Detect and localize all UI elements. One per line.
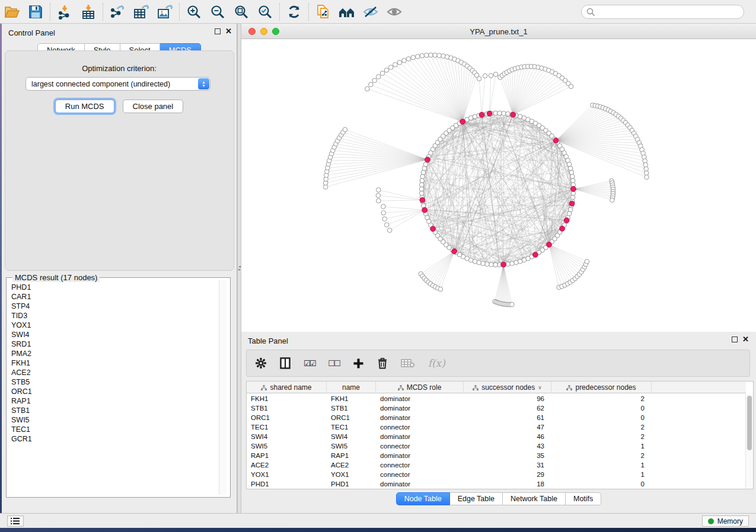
mcds-result-item[interactable]: SRD1 bbox=[7, 339, 222, 349]
column-header-successor-nodes[interactable]: successor nodes∨ bbox=[464, 382, 551, 393]
vertical-splitter[interactable]: ◄► bbox=[237, 24, 241, 513]
graph-leaf-node[interactable] bbox=[376, 193, 381, 198]
graph-leaf-node[interactable] bbox=[384, 68, 389, 73]
graph-node[interactable] bbox=[421, 203, 426, 208]
export-network-icon[interactable] bbox=[106, 2, 129, 22]
graph-node[interactable] bbox=[570, 195, 575, 200]
graph-node[interactable] bbox=[510, 261, 515, 266]
mcds-result-item[interactable]: PHD1 bbox=[7, 283, 222, 292]
column-header-predecessor-nodes[interactable]: predecessor nodes bbox=[551, 382, 652, 393]
graph-leaf-node[interactable] bbox=[424, 53, 429, 58]
mcds-result-item[interactable]: PMA2 bbox=[7, 349, 222, 358]
zoom-out-icon[interactable] bbox=[206, 2, 229, 22]
graph-node[interactable] bbox=[497, 111, 502, 116]
import-network-icon[interactable] bbox=[53, 2, 76, 22]
graph-leaf-node[interactable] bbox=[610, 198, 615, 203]
graph-leaf-node[interactable] bbox=[369, 82, 374, 87]
graph-leaf-node[interactable] bbox=[381, 211, 386, 216]
add-column-icon[interactable] bbox=[353, 358, 364, 369]
clone-network-icon[interactable] bbox=[311, 2, 335, 22]
graph-leaf-node[interactable] bbox=[510, 302, 515, 307]
zoom-selected-icon[interactable] bbox=[253, 2, 277, 22]
tab-edge-table[interactable]: Edge Table bbox=[450, 492, 503, 505]
graph-leaf-node[interactable] bbox=[420, 53, 425, 58]
graph-node[interactable] bbox=[489, 262, 494, 267]
first-neighbors-icon[interactable] bbox=[335, 2, 359, 22]
graph-leaf-node[interactable] bbox=[393, 63, 398, 68]
graph-leaf-node[interactable] bbox=[388, 65, 393, 70]
graph-hub-node[interactable] bbox=[425, 157, 430, 162]
graph-hub-node[interactable] bbox=[487, 111, 492, 116]
float-panel-icon[interactable] bbox=[215, 28, 221, 34]
graph-hub-node[interactable] bbox=[532, 252, 538, 258]
mcds-result-item[interactable]: TID3 bbox=[7, 311, 222, 321]
close-table-panel-icon[interactable]: ✕ bbox=[742, 336, 749, 342]
network-window-titlebar[interactable]: YPA_prune.txt_1 bbox=[241, 24, 756, 39]
graph-node[interactable] bbox=[481, 261, 486, 266]
graph-node[interactable] bbox=[569, 170, 574, 175]
table-row[interactable]: SWI4SWI4dominator462 bbox=[247, 432, 746, 441]
column-header-MCDS-role[interactable]: MCDS role bbox=[376, 382, 464, 393]
graph-leaf-node[interactable] bbox=[402, 58, 407, 63]
graph-node[interactable] bbox=[506, 262, 511, 267]
graph-leaf-node[interactable] bbox=[380, 71, 385, 76]
graph-leaf-node[interactable] bbox=[377, 188, 381, 193]
memory-button[interactable]: Memory bbox=[702, 515, 749, 527]
graph-leaf-node[interactable] bbox=[477, 76, 481, 81]
graph-hub-node[interactable] bbox=[569, 201, 575, 206]
graph-leaf-node[interactable] bbox=[437, 53, 442, 58]
table-settings-icon[interactable] bbox=[255, 357, 267, 369]
deselect-all-rows-icon[interactable]: ☐☐ bbox=[328, 359, 339, 368]
graph-leaf-node[interactable] bbox=[569, 84, 573, 89]
graph-node[interactable] bbox=[420, 174, 425, 179]
graph-leaf-node[interactable] bbox=[343, 127, 347, 132]
graph-hub-node[interactable] bbox=[460, 119, 465, 124]
mcds-result-item[interactable]: FKH1 bbox=[7, 358, 222, 368]
tab-network-table[interactable]: Network Table bbox=[503, 492, 566, 505]
graph-leaf-node[interactable] bbox=[365, 86, 370, 91]
table-row[interactable]: FKH1FKH1dominator962 bbox=[247, 394, 746, 403]
graph-leaf-node[interactable] bbox=[416, 55, 420, 59]
mcds-result-item[interactable]: ACE2 bbox=[7, 368, 222, 377]
graph-node[interactable] bbox=[514, 260, 519, 265]
graph-leaf-node[interactable] bbox=[377, 198, 381, 203]
graph-node[interactable] bbox=[419, 182, 424, 187]
tab-node-table[interactable]: Node Table bbox=[396, 492, 450, 505]
save-session-icon[interactable] bbox=[24, 2, 47, 22]
table-scrollbar[interactable] bbox=[745, 394, 753, 489]
graph-node[interactable] bbox=[419, 187, 424, 191]
graph-leaf-node[interactable] bbox=[585, 259, 589, 264]
delete-table-icon[interactable] bbox=[401, 358, 415, 368]
graph-leaf-node[interactable] bbox=[489, 73, 493, 78]
mcds-result-item[interactable]: STP4 bbox=[7, 302, 222, 311]
graph-node[interactable] bbox=[493, 111, 498, 116]
mcds-result-item[interactable]: YOX1 bbox=[7, 321, 222, 330]
table-scrollbar-thumb[interactable] bbox=[747, 396, 752, 450]
mcds-result-item[interactable]: GCR1 bbox=[7, 434, 222, 444]
function-builder-icon[interactable]: f(x) bbox=[428, 357, 445, 369]
network-graph[interactable] bbox=[241, 39, 756, 332]
export-table-icon[interactable] bbox=[129, 2, 153, 22]
graph-leaf-node[interactable] bbox=[381, 204, 386, 209]
hide-selected-icon[interactable] bbox=[359, 2, 382, 22]
graph-leaf-node[interactable] bbox=[433, 53, 438, 57]
graph-node[interactable] bbox=[493, 262, 498, 267]
run-mcds-button[interactable]: Run MCDS bbox=[55, 100, 114, 113]
graph-node[interactable] bbox=[506, 111, 511, 116]
graph-leaf-node[interactable] bbox=[429, 53, 433, 57]
table-row[interactable]: STB1STB1dominator620 bbox=[247, 403, 746, 413]
table-row[interactable]: TEC1TEC1connector472 bbox=[247, 422, 746, 432]
graph-leaf-node[interactable] bbox=[406, 57, 411, 62]
graph-node[interactable] bbox=[570, 178, 575, 183]
graph-hub-node[interactable] bbox=[547, 242, 552, 248]
graph-hub-node[interactable] bbox=[422, 207, 428, 213]
mcds-result-item[interactable]: SWI5 bbox=[7, 415, 222, 425]
mcds-result-item[interactable]: STB5 bbox=[7, 377, 222, 387]
mcds-result-item[interactable]: ORC1 bbox=[7, 387, 222, 396]
graph-node[interactable] bbox=[485, 262, 490, 267]
graph-leaf-node[interactable] bbox=[493, 72, 498, 77]
column-header-shared-name[interactable]: shared name bbox=[247, 382, 327, 393]
table-row[interactable]: SWI5SWI5connector431 bbox=[247, 441, 746, 451]
import-table-icon[interactable] bbox=[76, 2, 100, 22]
graph-hub-node[interactable] bbox=[564, 218, 569, 223]
